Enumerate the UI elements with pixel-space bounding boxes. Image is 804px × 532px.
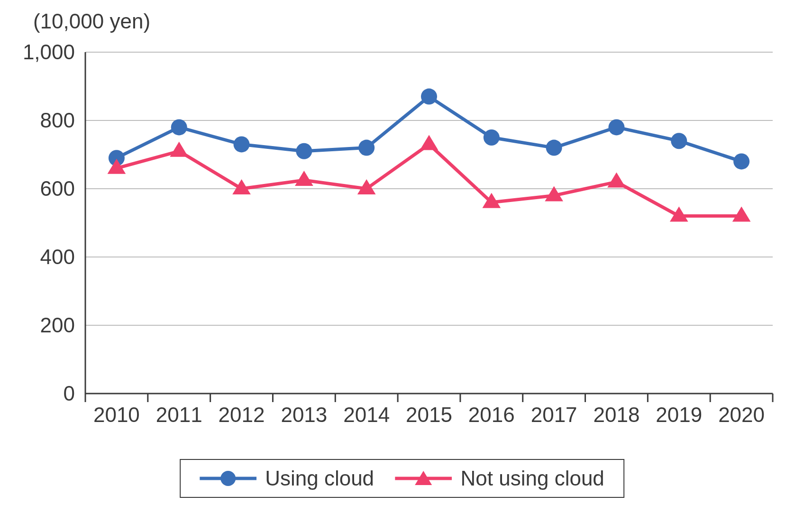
series-marker-triangle xyxy=(607,173,626,188)
legend-label-not-using-cloud: Not using cloud xyxy=(461,467,604,490)
chart-container: (10,000 yen)02004006008001,0002010201120… xyxy=(0,0,804,532)
x-tick-label: 2011 xyxy=(156,403,202,426)
x-tick-label: 2014 xyxy=(343,403,390,426)
y-tick-label: 0 xyxy=(64,382,75,405)
series-marker-circle xyxy=(421,89,437,105)
y-tick-label: 1,000 xyxy=(23,40,75,64)
series-marker-circle xyxy=(608,119,624,135)
series-marker-triangle xyxy=(295,171,313,186)
y-axis-unit-label: (10,000 yen) xyxy=(33,9,150,33)
x-tick-label: 2015 xyxy=(406,403,452,426)
series-marker-circle xyxy=(733,153,749,169)
series-marker-circle xyxy=(171,119,187,135)
y-tick-label: 800 xyxy=(40,109,75,132)
series-marker-triangle xyxy=(420,135,439,150)
legend: Using cloud Not using cloud xyxy=(180,459,624,498)
legend-item-using-cloud: Using cloud xyxy=(200,467,374,490)
legend-swatch-not-using-cloud xyxy=(395,469,452,488)
x-tick-label: 2019 xyxy=(656,403,702,426)
svg-point-1 xyxy=(220,471,236,486)
line-chart-svg: (10,000 yen)02004006008001,0002010201120… xyxy=(0,0,804,450)
x-tick-label: 2017 xyxy=(531,403,577,426)
series-line xyxy=(117,97,741,162)
series-marker-triangle xyxy=(170,142,188,157)
series-marker-circle xyxy=(296,143,312,159)
legend-item-not-using-cloud: Not using cloud xyxy=(395,467,604,490)
x-tick-label: 2013 xyxy=(281,403,327,426)
x-tick-label: 2018 xyxy=(594,403,640,426)
x-tick-label: 2020 xyxy=(718,403,765,426)
series-marker-circle xyxy=(546,140,562,156)
series-marker-circle xyxy=(671,133,687,149)
series-marker-circle xyxy=(484,129,500,146)
y-tick-label: 400 xyxy=(40,245,75,268)
legend-swatch-using-cloud xyxy=(200,469,256,488)
series-marker-triangle xyxy=(732,207,751,222)
x-tick-label: 2010 xyxy=(93,403,140,426)
y-tick-label: 200 xyxy=(40,313,75,337)
x-tick-label: 2016 xyxy=(468,403,515,426)
series-line xyxy=(117,144,741,216)
series-marker-circle xyxy=(234,136,250,152)
y-tick-label: 600 xyxy=(40,177,75,200)
x-tick-label: 2012 xyxy=(219,403,265,426)
legend-label-using-cloud: Using cloud xyxy=(265,467,374,490)
series-marker-circle xyxy=(358,140,375,156)
